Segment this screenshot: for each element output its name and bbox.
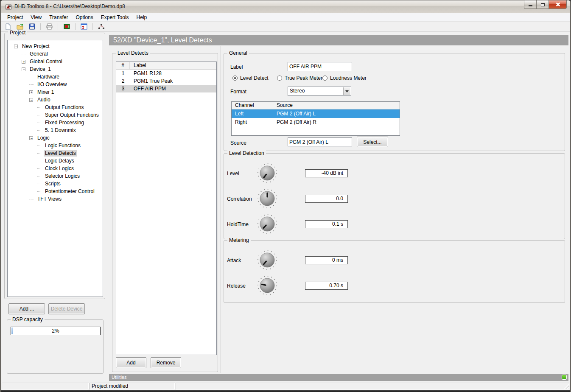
title-bar[interactable]: DHD Toolbox 8 - C:\Users\he\Desktop\Demo… [1,0,570,13]
release-knob[interactable] [256,274,278,297]
tree-item-device-1[interactable]: Device_1 [8,65,101,73]
tree-connector [37,146,41,146]
source-input[interactable]: PGM 2 (Off Air) L [288,137,352,146]
add-device-button[interactable]: Add ... [8,303,45,314]
collapse-icon[interactable] [14,45,18,48]
tree-connector [37,123,41,123]
dsp-capacity-legend: DSP capacity [11,316,45,322]
menu-transfer[interactable]: Transfer [45,14,72,21]
tree-item-super-output-functions[interactable]: Super Output Functions [8,111,101,119]
tree-item-new-project[interactable]: New Project [8,42,101,50]
list-row-selected[interactable]: 3 OFF AIR PPM [116,85,216,92]
level-value[interactable]: -40 dB int [305,169,348,177]
transfer-device-icon[interactable] [62,22,71,31]
radio-true-peak-meter[interactable]: True Peak Meter [277,75,322,81]
tree-item-logic-delays[interactable]: Logic Delays [8,157,101,165]
toolbar [1,22,570,32]
general-groupbox: General Label OFF AIR PPM Level Detect T… [224,53,565,151]
attack-value[interactable]: 0 ms [305,256,348,264]
tree-item-audio[interactable]: Audio [8,96,101,104]
menu-project[interactable]: Project [3,14,27,21]
general-legend: General [227,50,249,56]
dsp-capacity-value: 2% [11,327,100,335]
dsp-capacity-groupbox: DSP capacity 2% [7,319,104,374]
release-value[interactable]: 0.70 s [305,282,348,290]
expand-icon[interactable] [22,60,25,64]
format-dropdown[interactable]: Stereo [288,87,351,96]
level-knob[interactable] [256,162,278,184]
tree-item-tft-views[interactable]: TFT Views [8,195,101,203]
menu-help[interactable]: Help [133,14,151,21]
utilities-panel-header[interactable]: Utilities [109,374,568,381]
tree-item-selector-logics[interactable]: Selector Logics [8,172,101,180]
tree-item-level-detects[interactable]: Level Detects [8,149,101,157]
column-header-label[interactable]: Label [130,62,146,69]
radio-level-detect[interactable]: Level Detect [232,75,269,81]
print-icon[interactable] [45,22,54,31]
menu-expert-tools[interactable]: Expert Tools [97,14,133,21]
tree-item-output-functions[interactable]: Output Functions [8,104,101,111]
collapse-icon[interactable] [22,67,25,71]
restore-button[interactable] [537,0,549,9]
tree-connector [37,115,41,115]
tree-item-global-control[interactable]: Global Control [8,58,101,65]
minimize-button[interactable] [524,0,537,9]
utilities-title: Utilities [112,375,126,380]
list-row[interactable]: 2 PGM1 True Peak [116,77,216,85]
minimize-icon [529,5,532,6]
tree-connector [37,130,41,131]
tree-item-potentiometer-control[interactable]: Potentiometer Control [8,188,101,195]
tree-item-hardware[interactable]: Hardware [8,73,101,81]
toolbar-separator [92,23,93,30]
remove-level-detect-button[interactable]: Remove [151,357,181,368]
radio-unselected-icon [322,76,327,81]
label-input[interactable]: OFF AIR PPM [288,62,352,71]
tree-item-scripts[interactable]: Scripts [8,180,101,188]
status-bar: Project modified [1,382,570,390]
radio-unselected-icon [277,76,282,81]
holdtime-value[interactable]: 0.1 s [305,220,348,228]
close-button[interactable] [549,0,567,9]
options-dialog-icon[interactable] [79,22,89,31]
metering-legend: Metering [227,237,251,243]
collapse-icon[interactable] [29,98,33,102]
collapse-icon[interactable] [29,136,33,140]
tree-connector [29,199,34,199]
tree-item-clock-logics[interactable]: Clock Logics [8,165,101,172]
tree-item-fixed-processing[interactable]: Fixed Processing [8,119,101,126]
holdtime-knob[interactable] [256,213,278,235]
panel-splitter[interactable] [221,46,221,373]
radio-loudness-meter[interactable]: Loudness Meter [322,75,367,81]
chevron-down-icon[interactable] [343,87,350,95]
select-source-button[interactable]: Select... [357,137,388,147]
connections-tree-icon[interactable] [97,22,106,31]
column-header-source[interactable]: Source [273,102,293,109]
dsp-capacity-progressbar: 2% [11,327,101,335]
save-project-icon[interactable] [27,22,36,31]
attack-knob[interactable] [256,249,278,271]
menu-options[interactable]: Options [72,14,97,21]
tree-item-general[interactable]: General [8,50,101,58]
tree-item-51-downmix[interactable]: 5. 1 Downmix [8,126,101,134]
label-caption: Label [230,64,243,70]
add-level-detect-button[interactable]: Add [116,357,146,368]
app-icon [5,3,12,10]
tree-item-mixer-1[interactable]: Mixer 1 [8,88,101,96]
close-icon [555,2,560,7]
release-caption: Release [227,283,246,289]
table-row[interactable]: Right PGM 2 (Off Air) R [232,118,400,126]
tree-connector [22,54,26,54]
tree-connector [29,77,34,77]
column-header-num[interactable]: # [116,62,130,69]
tree-item-io-overview[interactable]: I/O Overview [8,81,101,88]
tree-item-logic[interactable]: Logic [8,134,101,142]
expand-icon[interactable] [29,90,33,94]
menu-view[interactable]: View [27,14,45,21]
column-header-channel[interactable]: Channel [232,102,273,109]
correlation-knob[interactable] [256,188,278,210]
tree-item-logic-functions[interactable]: Logic Functions [8,142,101,149]
correlation-value[interactable]: 0.0 [305,195,348,203]
level-detection-legend: Level Detection [227,150,266,156]
table-row-selected[interactable]: Left PGM 2 (Off Air) L [232,109,400,118]
list-row[interactable]: 1 PGM1 R128 [116,70,216,77]
